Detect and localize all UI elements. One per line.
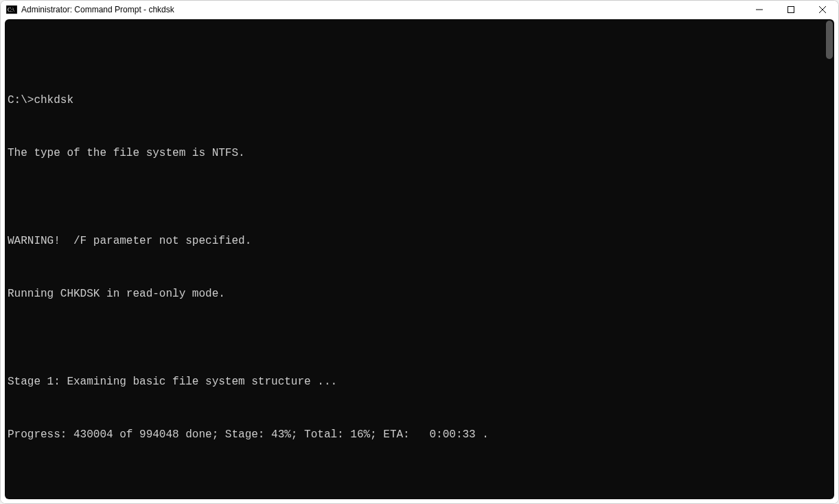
svg-rect-3 <box>788 7 794 13</box>
console-line: The type of the file system is NTFS. <box>8 145 831 163</box>
app-window: C:\ Administrator: Command Prompt - chkd… <box>0 0 839 504</box>
console-output[interactable]: C:\>chkdsk The type of the file system i… <box>5 19 834 499</box>
minimize-button[interactable] <box>744 1 775 19</box>
close-button[interactable] <box>807 1 838 19</box>
titlebar[interactable]: C:\ Administrator: Command Prompt - chkd… <box>1 1 838 19</box>
cmd-icon: C:\ <box>6 4 17 15</box>
console-line: Stage 1: Examining basic file system str… <box>8 374 831 391</box>
maximize-button[interactable] <box>775 1 807 19</box>
console-wrapper: C:\>chkdsk The type of the file system i… <box>1 19 838 503</box>
console-line: Running CHKDSK in read-only mode. <box>8 286 831 303</box>
window-controls <box>744 1 838 19</box>
scrollbar-track[interactable] <box>825 19 834 499</box>
svg-text:C:\: C:\ <box>8 7 15 13</box>
console-line: Progress: 430004 of 994048 done; Stage: … <box>8 426 831 444</box>
window-title: Administrator: Command Prompt - chkdsk <box>21 5 744 14</box>
console-line: C:\>chkdsk <box>8 92 831 110</box>
console-line: WARNING! /F parameter not specified. <box>8 233 831 251</box>
scrollbar-thumb[interactable] <box>826 21 833 59</box>
